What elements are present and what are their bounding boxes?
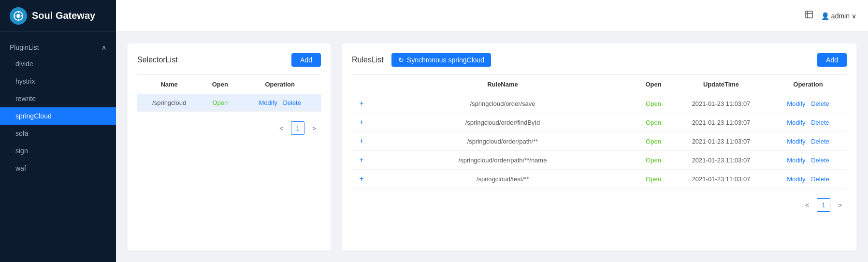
app-title: Soul Gateway: [32, 10, 95, 21]
rule-delete-button[interactable]: Delete: [809, 119, 831, 126]
sync-button-label: Synchronous springCloud: [407, 56, 484, 64]
selector-delete-button[interactable]: Delete: [281, 99, 303, 106]
plugin-list-label: PluginList: [10, 44, 39, 51]
selector-panel-header: SelectorList Add: [137, 53, 321, 67]
sidebar-item-springCloud[interactable]: springCloud: [0, 107, 116, 125]
rule-open: Open: [634, 170, 673, 189]
topbar: 👤 admin ∨: [116, 0, 868, 32]
rules-header-left: RulesList ↻ Synchronous springCloud: [352, 53, 491, 67]
chevron-up-icon: ∧: [101, 44, 106, 51]
rule-open: Open: [634, 113, 673, 132]
content-area: SelectorList Add Name Open Operation /sp…: [116, 32, 868, 262]
rule-time: 2021-01-23 11:03:07: [673, 151, 769, 170]
svg-rect-6: [806, 11, 812, 18]
expand-icon[interactable]: +: [352, 151, 371, 170]
rule-time: 2021-01-23 11:03:07: [673, 113, 769, 132]
selector-pagination: < 1 >: [137, 121, 321, 135]
table-row: + /springcloud/order/path/**/name Open 2…: [352, 151, 847, 170]
sidebar-item-divide[interactable]: divide: [0, 55, 116, 73]
selector-table: Name Open Operation /springcloud Open Mo…: [137, 74, 321, 112]
selector-add-button[interactable]: Add: [291, 53, 321, 67]
rules-add-button[interactable]: Add: [817, 53, 847, 67]
table-row: /springcloud Open Modify Delete: [137, 94, 321, 112]
sidebar-item-sign[interactable]: sign: [0, 142, 116, 160]
rule-name: /springcloud/order/path/**: [371, 132, 634, 151]
table-row: + /springcloud/order/path/** Open 2021-0…: [352, 132, 847, 151]
rule-time: 2021-01-23 11:03:07: [673, 132, 769, 151]
rule-modify-button[interactable]: Modify: [785, 157, 807, 164]
rule-operation: Modify Delete: [769, 170, 847, 189]
selector-prev-page[interactable]: <: [275, 121, 288, 135]
sidebar-item-waf[interactable]: waf: [0, 160, 116, 177]
expand-icon[interactable]: +: [352, 132, 371, 151]
rules-col-name: RuleName: [371, 75, 634, 94]
selector-col-open: Open: [201, 75, 239, 94]
rules-table: RuleName Open UpdateTime Operation + /sp…: [352, 74, 847, 189]
rule-operation: Modify Delete: [769, 132, 847, 151]
logo-icon: [10, 7, 27, 25]
selector-row-open: Open: [201, 94, 239, 112]
rule-modify-button[interactable]: Modify: [785, 175, 807, 183]
rule-operation: Modify Delete: [769, 94, 847, 113]
rule-name: /springcloud/test/**: [371, 170, 634, 189]
rule-open: Open: [634, 151, 673, 170]
rule-open: Open: [634, 94, 673, 113]
rule-modify-button[interactable]: Modify: [785, 138, 807, 145]
rules-panel-header: RulesList ↻ Synchronous springCloud Add: [352, 53, 847, 67]
rules-col-operation: Operation: [769, 75, 847, 94]
rules-col-time: UpdateTime: [673, 75, 769, 94]
user-icon: 👤: [821, 12, 829, 20]
rules-col-open: Open: [634, 75, 673, 94]
rules-pagination: < 1 >: [352, 198, 847, 212]
rule-delete-button[interactable]: Delete: [809, 175, 831, 183]
rule-modify-button[interactable]: Modify: [785, 119, 807, 126]
rule-operation: Modify Delete: [769, 113, 847, 132]
table-row: + /springcloud/order/findById Open 2021-…: [352, 113, 847, 132]
expand-icon[interactable]: +: [352, 94, 371, 113]
sidebar-logo: Soul Gateway: [0, 0, 116, 32]
rule-time: 2021-01-23 11:03:07: [673, 94, 769, 113]
selector-panel-title: SelectorList: [137, 56, 178, 64]
rule-name: /springcloud/order/save: [371, 94, 634, 113]
rule-delete-button[interactable]: Delete: [809, 100, 831, 107]
expand-icon[interactable]: +: [352, 113, 371, 132]
selector-row-operation: Modify Delete: [239, 94, 321, 112]
user-name: admin: [831, 12, 850, 20]
rules-page-1[interactable]: 1: [817, 198, 830, 212]
rule-time: 2021-01-23 11:03:07: [673, 170, 769, 189]
rules-panel: RulesList ↻ Synchronous springCloud Add …: [342, 44, 856, 250]
sidebar-item-hystrix[interactable]: hystrix: [0, 73, 116, 90]
selector-next-page[interactable]: >: [307, 121, 321, 135]
sync-icon: ↻: [398, 56, 404, 64]
rules-panel-title: RulesList: [352, 56, 384, 64]
sidebar-section-plugins: PluginList ∧ divide hystrix rewrite spri…: [0, 32, 116, 181]
user-menu[interactable]: 👤 admin ∨: [821, 12, 856, 20]
selector-col-operation: Operation: [239, 75, 321, 94]
table-row: + /springcloud/test/** Open 2021-01-23 1…: [352, 170, 847, 189]
rule-operation: Modify Delete: [769, 151, 847, 170]
selector-page-1[interactable]: 1: [291, 121, 304, 135]
selector-panel: SelectorList Add Name Open Operation /sp…: [128, 44, 331, 250]
selector-modify-button[interactable]: Modify: [257, 99, 279, 106]
export-icon[interactable]: [805, 10, 813, 21]
rule-delete-button[interactable]: Delete: [809, 157, 831, 164]
sidebar-item-rewrite[interactable]: rewrite: [0, 90, 116, 107]
expand-icon[interactable]: +: [352, 170, 371, 189]
selector-row-name: /springcloud: [137, 94, 201, 112]
selector-col-name: Name: [137, 75, 201, 94]
plugin-list-header[interactable]: PluginList ∧: [0, 40, 116, 55]
rules-col-expand: [352, 75, 371, 94]
sidebar: Soul Gateway PluginList ∧ divide hystrix…: [0, 0, 116, 262]
rule-name: /springcloud/order/findById: [371, 113, 634, 132]
rule-delete-button[interactable]: Delete: [809, 138, 831, 145]
main: 👤 admin ∨ SelectorList Add Name Open Ope…: [116, 0, 868, 262]
table-row: + /springcloud/order/save Open 2021-01-2…: [352, 94, 847, 113]
rules-next-page[interactable]: >: [833, 198, 847, 212]
sidebar-item-sofa[interactable]: sofa: [0, 125, 116, 142]
rule-name: /springcloud/order/path/**/name: [371, 151, 634, 170]
sync-button[interactable]: ↻ Synchronous springCloud: [391, 53, 491, 67]
rule-open: Open: [634, 132, 673, 151]
rule-modify-button[interactable]: Modify: [785, 100, 807, 107]
rules-prev-page[interactable]: <: [800, 198, 814, 212]
chevron-down-icon: ∨: [852, 12, 856, 20]
